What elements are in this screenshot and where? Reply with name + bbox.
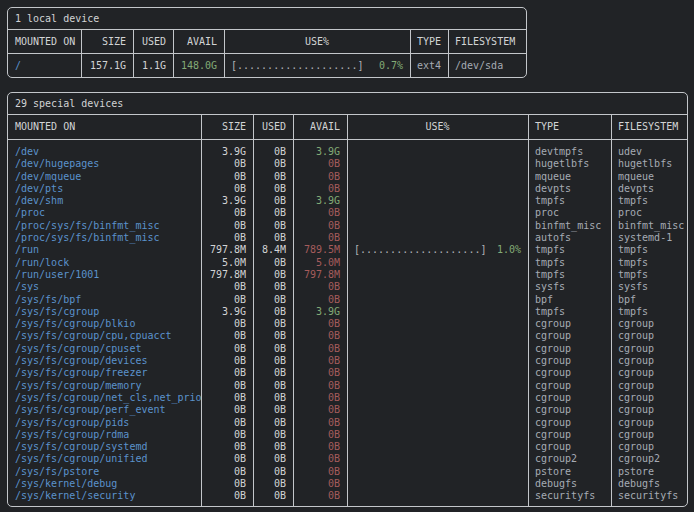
size-cell: 0B xyxy=(201,158,253,170)
col-header-use-: USE% xyxy=(347,115,528,139)
used-cell: 0B xyxy=(253,207,293,219)
filesystem-cell: hugetlbfs xyxy=(611,158,687,170)
filesystem-cell: cgroup xyxy=(611,429,687,441)
type-cell: bpf xyxy=(528,294,611,306)
usage-bar: [....................] xyxy=(231,54,363,77)
filesystem-cell: tmpfs xyxy=(611,306,687,318)
size-cell: 0B xyxy=(201,478,253,490)
size-cell: 157.1G xyxy=(81,54,133,77)
size-cell: 0B xyxy=(201,392,253,404)
use-cell xyxy=(347,232,528,244)
mounted-on-cell: /sys/fs/cgroup/net_cls,net_prio xyxy=(8,392,201,404)
use-cell xyxy=(347,330,528,342)
use-cell xyxy=(347,257,528,269)
special-devices-table-title: 29 special devices xyxy=(8,93,687,115)
col-header-size: SIZE xyxy=(201,115,253,139)
type-cell: proc xyxy=(528,207,611,219)
used-cell: 0B xyxy=(253,220,293,232)
fs-row: /sys/fs/cgroup/devices0B0B0Bcgroupcgroup xyxy=(8,355,687,367)
size-cell: 0B xyxy=(201,281,253,293)
local-devices-table: 1 local device MOUNTED ONSIZEUSEDAVAILUS… xyxy=(7,7,527,78)
size-cell: 0B xyxy=(201,330,253,342)
avail-cell: 3.9G xyxy=(293,146,347,158)
mounted-on-cell: /dev/mqueue xyxy=(8,171,201,183)
type-cell: cgroup2 xyxy=(528,453,611,465)
filesystem-cell: cgroup xyxy=(611,380,687,392)
type-cell: pstore xyxy=(528,466,611,478)
use-cell xyxy=(347,429,528,441)
used-cell: 0B xyxy=(253,146,293,158)
used-cell: 0B xyxy=(253,306,293,318)
size-cell: 0B xyxy=(201,171,253,183)
fs-row: /sys/fs/cgroup/systemd0B0B0Bcgroupcgroup xyxy=(8,441,687,453)
mounted-on-cell: /dev/shm xyxy=(8,195,201,207)
mounted-on-cell: /sys/fs/cgroup/rdma xyxy=(8,429,201,441)
avail-cell: 0B xyxy=(293,367,347,379)
filesystem-cell: /dev/sda xyxy=(448,54,526,77)
filesystem-cell: securityfs xyxy=(611,490,687,502)
filesystem-cell: tmpfs xyxy=(611,244,687,256)
type-cell: sysfs xyxy=(528,281,611,293)
fs-row: /proc/sys/fs/binfmt_misc0B0B0Bautofssyst… xyxy=(8,232,687,244)
type-cell: cgroup xyxy=(528,392,611,404)
special-devices-header-row: MOUNTED ONSIZEUSEDAVAILUSE%TYPEFILESYSTE… xyxy=(8,115,687,140)
fs-row: /dev/shm3.9G0B3.9Gtmpfstmpfs xyxy=(8,195,687,207)
type-cell: tmpfs xyxy=(528,269,611,281)
type-cell: autofs xyxy=(528,232,611,244)
used-cell: 0B xyxy=(253,183,293,195)
col-header-filesystem: FILESYSTEM xyxy=(448,30,526,53)
avail-cell: 0B xyxy=(293,330,347,342)
filesystem-cell: tmpfs xyxy=(611,257,687,269)
used-cell: 0B xyxy=(253,429,293,441)
used-cell: 0B xyxy=(253,257,293,269)
use-cell xyxy=(347,171,528,183)
use-cell xyxy=(347,441,528,453)
fs-row: /sys/fs/bpf0B0B0Bbpfbpf xyxy=(8,294,687,306)
avail-cell: 3.9G xyxy=(293,306,347,318)
col-header-size: SIZE xyxy=(81,30,133,53)
use-cell xyxy=(347,306,528,318)
used-cell: 0B xyxy=(253,380,293,392)
fs-row: /dev/hugepages0B0B0Bhugetlbfshugetlbfs xyxy=(8,158,687,170)
type-cell: cgroup xyxy=(528,417,611,429)
type-cell: ext4 xyxy=(410,54,448,77)
fs-row: /sys/fs/cgroup/perf_event0B0B0Bcgroupcgr… xyxy=(8,404,687,416)
col-header-used: USED xyxy=(133,30,173,53)
size-cell: 0B xyxy=(201,318,253,330)
avail-cell: 0B xyxy=(293,392,347,404)
fs-row: /proc/sys/fs/binfmt_misc0B0B0Bbinfmt_mis… xyxy=(8,220,687,232)
local-devices-header-row: MOUNTED ONSIZEUSEDAVAILUSE%TYPEFILESYSTE… xyxy=(8,30,526,54)
col-header-use-: USE% xyxy=(224,30,410,53)
fs-row: /sys/fs/cgroup/net_cls,net_prio0B0B0Bcgr… xyxy=(8,392,687,404)
filesystem-cell: mqueue xyxy=(611,171,687,183)
filesystem-cell: cgroup2 xyxy=(611,453,687,465)
fs-row: /dev3.9G0B3.9Gdevtmpfsudev xyxy=(8,146,687,158)
mounted-on-cell: /sys/fs/cgroup/devices xyxy=(8,355,201,367)
used-cell: 0B xyxy=(253,490,293,502)
size-cell: 0B xyxy=(201,367,253,379)
mounted-on-cell: /run/user/1001 xyxy=(8,269,201,281)
fs-row: /157.1G1.1G148.0G[....................]0… xyxy=(8,54,526,77)
use-cell xyxy=(347,417,528,429)
filesystem-cell: cgroup xyxy=(611,441,687,453)
type-cell: cgroup xyxy=(528,380,611,392)
used-cell: 0B xyxy=(253,367,293,379)
type-cell: cgroup xyxy=(528,330,611,342)
type-cell: binfmt_misc xyxy=(528,220,611,232)
use-cell xyxy=(347,355,528,367)
size-cell: 0B xyxy=(201,490,253,502)
terminal-output: 1 local device MOUNTED ONSIZEUSEDAVAILUS… xyxy=(0,0,694,512)
col-header-used: USED xyxy=(253,115,293,139)
filesystem-cell: bpf xyxy=(611,294,687,306)
used-cell: 0B xyxy=(253,343,293,355)
mounted-on-cell: /proc/sys/fs/binfmt_misc xyxy=(8,232,201,244)
filesystem-cell: cgroup xyxy=(611,404,687,416)
type-cell: devtmpfs xyxy=(528,146,611,158)
type-cell: tmpfs xyxy=(528,244,611,256)
col-header-mounted-on: MOUNTED ON xyxy=(8,30,81,53)
fs-row: /run797.8M8.4M789.5M[...................… xyxy=(8,244,687,256)
mounted-on-cell: /proc/sys/fs/binfmt_misc xyxy=(8,220,201,232)
type-cell: cgroup xyxy=(528,318,611,330)
avail-cell: 0B xyxy=(293,158,347,170)
col-header-mounted-on: MOUNTED ON xyxy=(8,115,201,139)
